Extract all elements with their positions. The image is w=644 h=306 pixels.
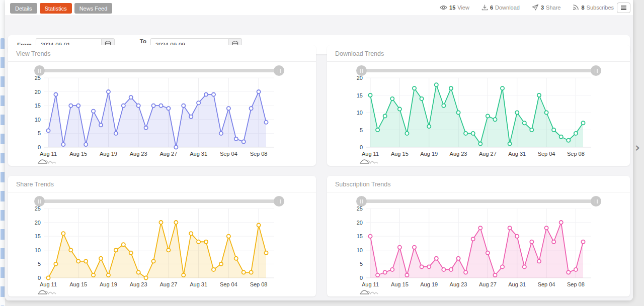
background-page-sliver	[0, 0, 5, 306]
statistics-panel: Details Statistics News Feed 15 View 6 D…	[5, 0, 633, 300]
svg-text:Aug 31: Aug 31	[190, 281, 207, 287]
share-label: Share	[546, 5, 560, 11]
tab-bar: Details Statistics News Feed	[10, 3, 112, 14]
svg-text:25: 25	[35, 206, 41, 212]
mini-chart-icon	[37, 156, 59, 164]
svg-text:0: 0	[38, 275, 41, 281]
svg-text:Aug 15: Aug 15	[69, 281, 87, 287]
svg-text:20: 20	[357, 220, 363, 226]
svg-text:Sep 08: Sep 08	[250, 281, 268, 287]
share-trends-card: Share Trends Aug 11Aug 15Aug 19Aug 23Aug…	[8, 176, 316, 296]
share-stat: 3 Share	[532, 4, 560, 11]
hamburger-icon	[621, 5, 626, 11]
svg-text:5: 5	[360, 261, 363, 267]
svg-text:Aug 27: Aug 27	[479, 151, 497, 157]
svg-text:Aug 15: Aug 15	[69, 151, 87, 157]
view-stat: 15 View	[440, 5, 469, 11]
svg-text:Aug 27: Aug 27	[159, 281, 177, 287]
svg-text:Aug 15: Aug 15	[391, 151, 409, 157]
view-label: View	[457, 5, 469, 11]
svg-text:0: 0	[38, 144, 41, 150]
chart-title: Subscription Trends	[327, 176, 630, 192]
subscribes-label: Subscribes	[587, 5, 614, 11]
svg-text:5: 5	[38, 261, 41, 267]
svg-text:Sep 04: Sep 04	[220, 281, 237, 287]
svg-text:15: 15	[357, 92, 363, 98]
mini-chart-icon	[359, 156, 381, 164]
svg-text:Sep 04: Sep 04	[538, 281, 555, 287]
subscription-trends-chart: Aug 11Aug 15Aug 19Aug 23Aug 27Aug 31Sep …	[327, 202, 630, 292]
svg-text:Aug 23: Aug 23	[130, 281, 147, 287]
view-trends-chart: Aug 11Aug 15Aug 19Aug 23Aug 27Aug 31Sep …	[8, 72, 316, 161]
header-stats: 15 View 6 Download 3 Share 8 Subscribes	[440, 4, 614, 11]
menu-button[interactable]	[617, 3, 630, 13]
svg-text:0: 0	[360, 144, 363, 150]
svg-text:Aug 19: Aug 19	[420, 151, 438, 157]
svg-text:Aug 23: Aug 23	[450, 151, 467, 157]
svg-text:Aug 27: Aug 27	[479, 281, 497, 287]
svg-text:20: 20	[357, 75, 363, 81]
svg-text:Aug 27: Aug 27	[159, 151, 177, 157]
svg-text:Sep 08: Sep 08	[567, 281, 585, 287]
tab-news-feed[interactable]: News Feed	[74, 3, 113, 14]
svg-text:Aug 31: Aug 31	[508, 281, 526, 287]
svg-text:Aug 15: Aug 15	[391, 281, 409, 287]
view-trends-card: View Trends Aug 11Aug 15Aug 19Aug 23Aug …	[8, 45, 316, 166]
rss-icon	[573, 4, 579, 11]
svg-text:10: 10	[35, 117, 41, 123]
svg-text:20: 20	[35, 220, 41, 226]
svg-text:5: 5	[360, 127, 363, 133]
svg-text:Aug 19: Aug 19	[100, 151, 117, 157]
svg-text:Aug 23: Aug 23	[450, 281, 467, 287]
tab-statistics[interactable]: Statistics	[40, 3, 72, 14]
chart-title: View Trends	[8, 45, 316, 62]
subscribes-stat: 8 Subscribes	[573, 4, 614, 11]
mini-chart-icon	[37, 287, 59, 295]
svg-text:Sep 04: Sep 04	[220, 151, 237, 157]
download-count: 6	[490, 5, 493, 11]
subscribes-count: 8	[581, 5, 584, 11]
svg-text:15: 15	[357, 233, 363, 239]
chart-title: Share Trends	[8, 176, 316, 192]
svg-text:Sep 08: Sep 08	[250, 151, 268, 157]
chart-title: Download Trends	[327, 45, 630, 62]
svg-text:Aug 19: Aug 19	[100, 281, 117, 287]
svg-text:Aug 31: Aug 31	[190, 151, 207, 157]
svg-text:25: 25	[357, 206, 363, 212]
share-trends-chart: Aug 11Aug 15Aug 19Aug 23Aug 27Aug 31Sep …	[8, 202, 316, 292]
download-icon	[481, 4, 488, 11]
download-trends-card: Download Trends Aug 11Aug 15Aug 19Aug 23…	[327, 45, 630, 166]
view-count: 15	[449, 5, 455, 11]
svg-text:0: 0	[360, 275, 363, 281]
tab-details[interactable]: Details	[10, 3, 37, 14]
share-count: 3	[541, 5, 544, 11]
download-trends-chart: Aug 11Aug 15Aug 19Aug 23Aug 27Aug 31Sep …	[327, 72, 630, 161]
background-list-items	[1, 38, 5, 306]
svg-text:10: 10	[357, 247, 363, 253]
svg-text:20: 20	[35, 89, 41, 95]
panel-body: From To View Trends Aug 11Au	[5, 15, 633, 300]
svg-text:Sep 08: Sep 08	[567, 151, 585, 157]
svg-text:Aug 31: Aug 31	[508, 151, 526, 157]
svg-text:5: 5	[38, 130, 41, 136]
svg-text:10: 10	[357, 110, 363, 116]
svg-text:15: 15	[35, 233, 41, 239]
download-stat: 6 Download	[481, 4, 520, 11]
svg-text:10: 10	[35, 247, 41, 253]
svg-text:25: 25	[35, 75, 41, 81]
subscription-trends-card: Subscription Trends Aug 11Aug 15Aug 19Au…	[327, 176, 630, 296]
download-label: Download	[495, 5, 520, 11]
svg-text:Aug 23: Aug 23	[130, 151, 147, 157]
mini-chart-icon	[359, 287, 381, 295]
svg-text:Sep 04: Sep 04	[538, 151, 555, 157]
next-chevron[interactable]: ›	[635, 142, 643, 155]
eye-icon	[440, 5, 447, 11]
svg-text:Aug 19: Aug 19	[420, 281, 438, 287]
send-icon	[532, 4, 539, 11]
svg-text:15: 15	[35, 103, 41, 109]
